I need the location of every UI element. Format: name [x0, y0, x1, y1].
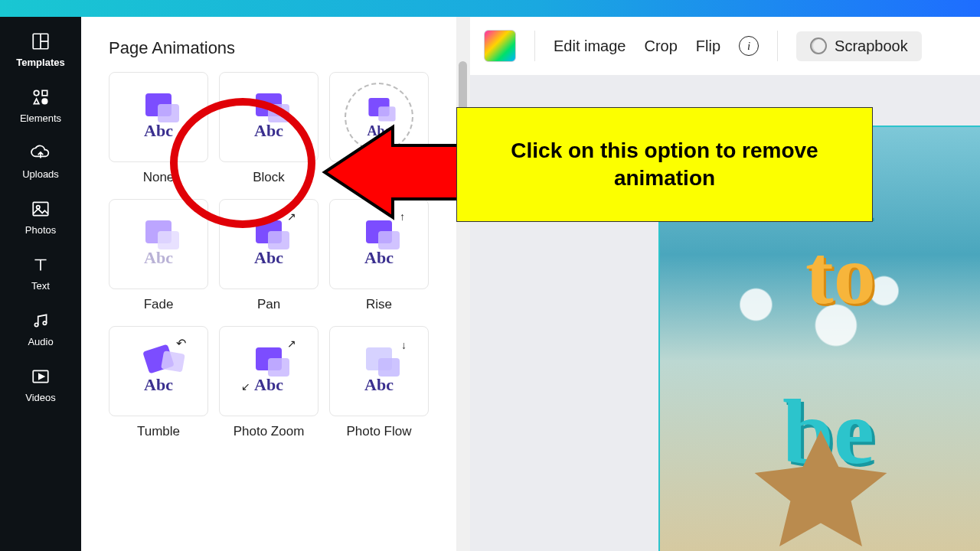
- animation-option-photo-zoom[interactable]: ↗ ↙ Abc: [219, 326, 318, 416]
- annotation-callout: Click on this option to remove animation: [456, 107, 873, 222]
- animation-thumb-icon: [368, 98, 389, 116]
- arrow-icon: ↓: [401, 339, 407, 351]
- svg-point-8: [43, 321, 46, 324]
- animation-option-rise[interactable]: ↑ Abc: [329, 199, 429, 289]
- animation-thumb-icon: [256, 347, 282, 370]
- animation-option-tumble[interactable]: ↶ Abc: [109, 326, 208, 416]
- audio-icon: [30, 310, 51, 331]
- info-icon[interactable]: i: [739, 36, 759, 56]
- svg-rect-4: [42, 90, 47, 96]
- color-swatch[interactable]: [484, 30, 516, 62]
- videos-icon: [30, 366, 51, 387]
- panel-title: Page Animations: [109, 38, 439, 58]
- animation-label: Breathe: [356, 170, 402, 185]
- context-toolbar: Edit image Crop Flip i Scrapbook: [470, 17, 980, 75]
- nav-text[interactable]: Text: [30, 254, 51, 292]
- separator: [534, 31, 535, 61]
- animation-thumb-icon: [145, 93, 172, 116]
- animation-label: Pan: [257, 297, 280, 312]
- edit-image-button[interactable]: Edit image: [554, 37, 626, 55]
- arrow-icon: ↙: [241, 380, 250, 393]
- nav-photos[interactable]: Photos: [25, 198, 56, 236]
- text-icon: [30, 254, 51, 276]
- animation-option-breathe[interactable]: Abc: [329, 72, 429, 162]
- animation-thumb-icon: [142, 344, 175, 373]
- animation-option-photo-flow[interactable]: ↓ Abc: [329, 326, 429, 416]
- animation-option-none[interactable]: Abc: [109, 72, 208, 162]
- arrow-icon: ↗: [287, 210, 296, 223]
- effect-ring-icon: [810, 37, 827, 54]
- nav-elements[interactable]: Elements: [20, 86, 61, 124]
- animation-thumb-icon: [366, 220, 392, 243]
- animation-label: Rise: [366, 297, 392, 312]
- animations-panel: Page Animations Abc None Abc Block: [81, 17, 456, 551]
- photos-icon: [30, 198, 51, 220]
- elements-icon: [30, 86, 51, 108]
- animation-label: None: [143, 170, 175, 185]
- left-sidebar: Templates Elements Uploads Photos Text: [0, 17, 81, 551]
- animation-thumb-icon: [256, 93, 282, 116]
- animation-label: Fade: [144, 297, 174, 312]
- svg-rect-5: [33, 202, 48, 215]
- flip-button[interactable]: Flip: [696, 37, 720, 55]
- panel-scrollbar[interactable]: [456, 17, 470, 551]
- arrow-icon: ↑: [400, 210, 405, 223]
- animation-option-pan[interactable]: ↗ Abc: [219, 199, 318, 289]
- crop-button[interactable]: Crop: [645, 37, 678, 55]
- nav-templates[interactable]: Templates: [16, 31, 64, 68]
- animation-thumb-icon: [366, 347, 392, 370]
- animation-thumb-icon: [256, 220, 282, 243]
- nav-uploads[interactable]: Uploads: [22, 142, 59, 180]
- svg-point-3: [34, 90, 39, 96]
- uploads-icon: [30, 142, 51, 164]
- effect-button[interactable]: Scrapbook: [796, 31, 922, 61]
- animation-label: Block: [253, 170, 285, 185]
- separator: [777, 31, 778, 61]
- design-text: to: [805, 227, 876, 324]
- nav-audio[interactable]: Audio: [28, 310, 53, 347]
- window-titlebar: [0, 0, 980, 17]
- animation-label: Photo Flow: [346, 424, 411, 439]
- animation-label: Tumble: [137, 424, 180, 439]
- animation-label: Photo Zoom: [234, 424, 305, 439]
- svg-point-7: [34, 323, 38, 326]
- templates-icon: [30, 31, 51, 52]
- arrow-icon: ↶: [176, 336, 186, 350]
- animation-option-fade[interactable]: Abc: [109, 199, 208, 289]
- animation-thumb-icon: [145, 220, 172, 243]
- nav-videos[interactable]: Videos: [25, 366, 56, 403]
- arrow-icon: ↗: [287, 337, 296, 350]
- animation-option-block[interactable]: Abc: [219, 72, 318, 162]
